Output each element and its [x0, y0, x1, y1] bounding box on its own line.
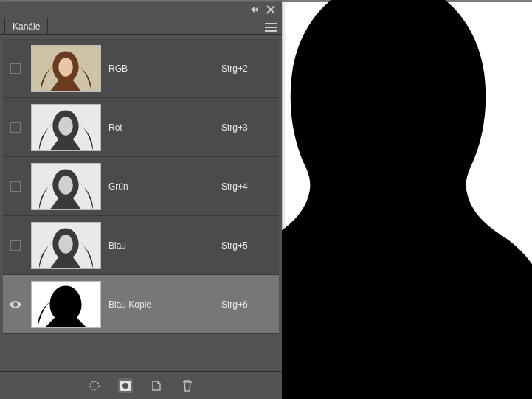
svg-point-6 [58, 117, 73, 135]
svg-rect-2 [265, 30, 277, 32]
save-selection-button[interactable] [118, 378, 133, 393]
svg-rect-1 [265, 27, 277, 28]
new-channel-button[interactable] [149, 378, 164, 393]
channel-name: RGB [108, 63, 214, 74]
visibility-empty-box [10, 240, 21, 251]
svg-point-14 [122, 383, 128, 389]
channel-thumbnail [31, 222, 101, 269]
channel-row[interactable]: RotStrg+3 [3, 98, 279, 157]
channel-name: Blau [108, 240, 214, 251]
channel-thumbnail [31, 163, 101, 210]
visibility-toggle[interactable] [7, 296, 24, 313]
channel-list: RGBStrg+2 RotStrg+3 GrünStrg+4 BlauStrg+… [0, 35, 282, 334]
svg-point-10 [58, 235, 73, 253]
channel-shortcut: Strg+2 [221, 63, 272, 74]
visibility-empty-box [10, 63, 21, 74]
channel-row[interactable]: Blau KopieStrg+6 [3, 275, 279, 334]
visibility-empty-box [10, 122, 21, 133]
delete-channel-button[interactable] [180, 378, 195, 393]
visibility-toggle[interactable] [7, 60, 24, 77]
channel-thumbnail [31, 104, 101, 151]
svg-point-8 [58, 176, 73, 194]
close-panel-icon[interactable] [266, 4, 276, 15]
channel-thumbnail [31, 45, 101, 92]
load-selection-button[interactable] [87, 378, 102, 393]
svg-point-4 [58, 58, 73, 76]
channel-thumbnail [31, 281, 101, 328]
channel-shortcut: Strg+4 [221, 181, 272, 192]
tab-label: Kanäle [13, 21, 40, 32]
channel-name: Rot [108, 122, 214, 133]
panel-tab-bar: Kanäle [0, 17, 282, 35]
channel-shortcut: Strg+3 [221, 122, 272, 133]
channel-name: Blau Kopie [108, 299, 214, 310]
visibility-toggle[interactable] [7, 178, 24, 195]
collapse-panel-icon[interactable] [249, 4, 260, 15]
channel-row[interactable]: GrünStrg+4 [3, 157, 279, 216]
visibility-toggle[interactable] [7, 237, 24, 254]
visibility-empty-box [10, 181, 21, 192]
channels-panel: Kanäle RGBStrg+2 RotStrg+3 GrünStrg+4 Bl… [0, 2, 282, 399]
channel-shortcut: Strg+5 [221, 240, 272, 251]
channel-name: Grün [108, 181, 214, 192]
panel-bottom-bar [0, 371, 282, 399]
panel-menu-icon[interactable] [264, 21, 277, 34]
tab-channels[interactable]: Kanäle [4, 18, 48, 34]
svg-rect-0 [265, 23, 277, 24]
channel-row[interactable]: RGBStrg+2 [3, 39, 279, 98]
channel-row[interactable]: BlauStrg+5 [3, 216, 279, 275]
visibility-toggle[interactable] [7, 119, 24, 136]
channel-shortcut: Strg+6 [221, 299, 272, 310]
svg-point-12 [90, 381, 99, 390]
panel-top-controls [0, 2, 282, 17]
